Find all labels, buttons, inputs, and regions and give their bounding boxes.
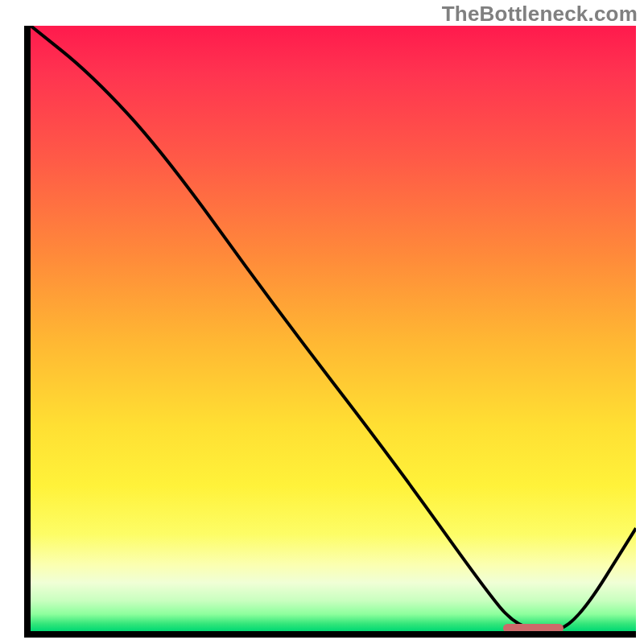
optimal-range-marker [503, 624, 564, 631]
chart-stage: TheBottleneck.com [0, 0, 644, 644]
bottleneck-curve [31, 26, 636, 630]
plot-area [31, 26, 636, 631]
plot-axes [24, 26, 636, 638]
attribution-text: TheBottleneck.com [442, 2, 638, 27]
curve-svg [31, 26, 636, 631]
